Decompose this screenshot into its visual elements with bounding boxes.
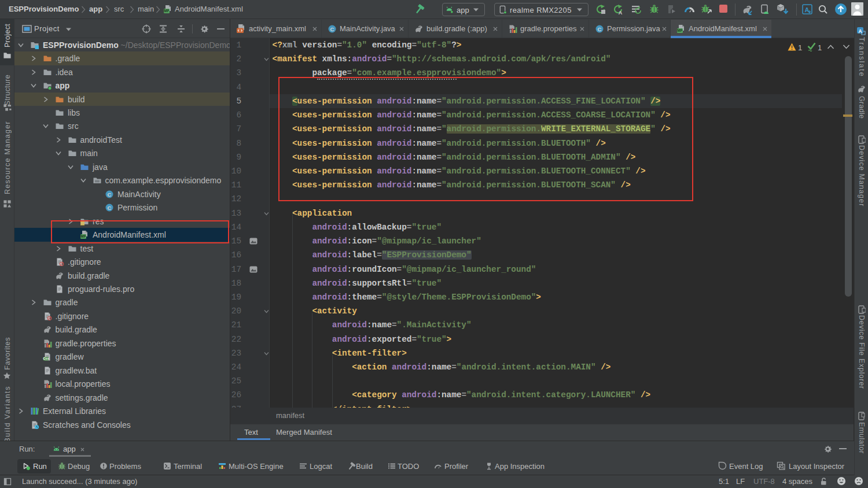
svg-text:MF: MF	[677, 28, 682, 32]
svg-text:C: C	[598, 25, 602, 32]
svg-text:MF: MF	[164, 9, 169, 13]
svg-text:C: C	[108, 205, 112, 211]
svg-text:C: C	[108, 191, 112, 197]
svg-text:C: C	[330, 25, 334, 32]
svg-text:A: A	[619, 10, 623, 15]
svg-text:C++: C++	[43, 357, 49, 361]
